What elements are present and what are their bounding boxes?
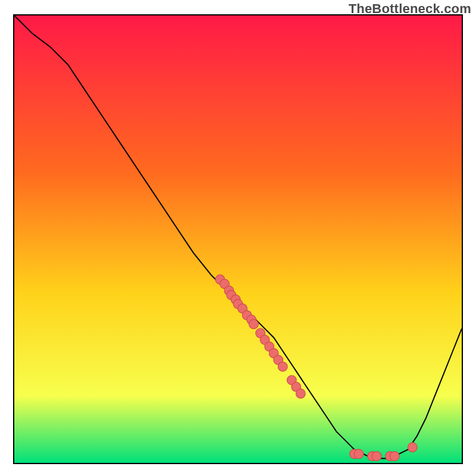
data-dot [390,452,399,461]
data-dot [354,449,364,459]
chart-svg [14,15,462,463]
chart-stage: TheBottleneck.com [0,0,476,476]
plot-area [13,14,463,464]
data-dot [372,452,381,461]
data-dot [249,320,258,329]
data-dot [278,362,287,371]
gradient-background [14,15,462,463]
data-dot [296,389,305,399]
data-dot [408,443,417,452]
